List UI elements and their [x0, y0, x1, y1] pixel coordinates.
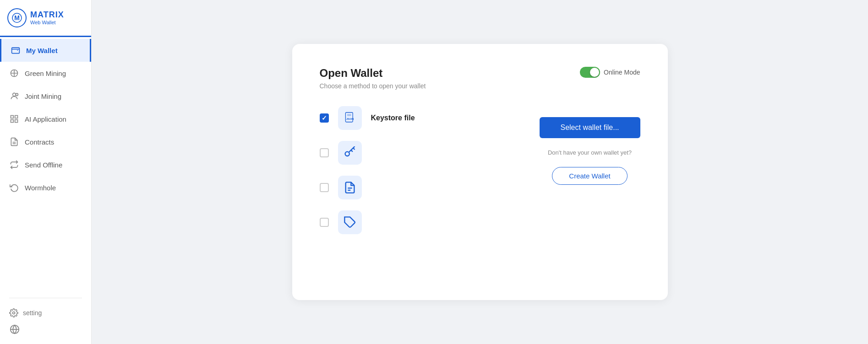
- contracts-label: Contracts: [25, 138, 54, 146]
- no-wallet-text: Don't have your own wallet yet?: [548, 149, 632, 156]
- sidebar-item-ai-application[interactable]: AI Application: [0, 108, 91, 130]
- svg-rect-7: [11, 116, 14, 118]
- sidebar-item-green-mining[interactable]: Green Mining: [0, 62, 91, 85]
- svg-text:JSON: JSON: [346, 117, 354, 120]
- mnemonic-checkbox[interactable]: [320, 183, 329, 192]
- setting-item[interactable]: setting: [9, 306, 82, 320]
- joint-mining-label: Joint Mining: [25, 92, 61, 100]
- wallet-icon: [11, 45, 21, 55]
- select-wallet-button[interactable]: Select wallet file...: [540, 117, 640, 138]
- keystore-label: Keystore file: [371, 114, 415, 122]
- svg-point-19: [345, 152, 349, 156]
- svg-point-5: [13, 93, 16, 96]
- keystore-file-icon: JSON: [344, 112, 356, 124]
- logo-text: MATRIX Web Wallet: [30, 11, 64, 25]
- card-title: Open Wallet: [320, 67, 426, 80]
- green-mining-label: Green Mining: [25, 70, 66, 77]
- joint-mining-icon: [9, 91, 19, 101]
- svg-rect-3: [12, 48, 20, 54]
- svg-line-22: [351, 150, 353, 152]
- svg-rect-8: [15, 116, 18, 118]
- private-key-icon: [344, 146, 356, 159]
- sidebar-item-wormhole[interactable]: Wormhole: [0, 176, 91, 199]
- sidebar: M MATRIX Web Wallet My Wallet: [0, 0, 92, 344]
- svg-rect-10: [15, 120, 18, 123]
- sidebar-bottom: setting: [0, 287, 91, 344]
- svg-line-21: [353, 148, 355, 150]
- language-icon[interactable]: [9, 324, 20, 335]
- sidebar-item-my-wallet[interactable]: My Wallet: [0, 39, 91, 62]
- private-key-icon-box: [338, 141, 362, 165]
- send-offline-label: Send Offline: [25, 161, 62, 169]
- logo: M MATRIX Web Wallet: [0, 0, 91, 36]
- settings-icon: [9, 308, 18, 317]
- sidebar-item-send-offline[interactable]: Send Offline: [0, 153, 91, 176]
- card-subtitle: Choose a method to open your wallet: [320, 82, 426, 90]
- mnemonic-icon-box: [338, 176, 362, 199]
- private-key-checkbox[interactable]: [320, 148, 329, 157]
- active-indicator: [90, 39, 91, 62]
- green-mining-icon: [9, 68, 19, 78]
- main-content: Open Wallet Choose a method to open your…: [92, 0, 868, 344]
- hardware-icon-box: [338, 210, 362, 234]
- card-header: Open Wallet Choose a method to open your…: [320, 67, 640, 90]
- keystore-icon-box: JSON: [338, 106, 362, 130]
- logo-web-wallet: Web Wallet: [30, 20, 64, 25]
- svg-point-13: [13, 312, 15, 314]
- open-wallet-card: Open Wallet Choose a method to open your…: [292, 44, 668, 300]
- hardware-wallet-icon: [344, 216, 356, 229]
- svg-rect-17: [347, 114, 351, 116]
- wormhole-label: Wormhole: [25, 184, 56, 192]
- contracts-icon: [9, 137, 19, 147]
- send-offline-icon: [9, 160, 19, 170]
- wallet-option-hardware[interactable]: [320, 210, 640, 234]
- sidebar-item-joint-mining[interactable]: Joint Mining: [0, 85, 91, 108]
- my-wallet-label: My Wallet: [26, 47, 58, 54]
- logo-matrix: MATRIX: [30, 11, 64, 20]
- mnemonic-icon: [344, 181, 356, 194]
- card-actions: Select wallet file... Don't have your ow…: [540, 117, 640, 185]
- online-mode-switch[interactable]: [580, 67, 600, 78]
- footer-divider: [9, 298, 82, 298]
- card-title-section: Open Wallet Choose a method to open your…: [320, 67, 426, 90]
- svg-rect-9: [11, 120, 14, 123]
- setting-label: setting: [23, 309, 42, 317]
- ai-application-icon: [9, 114, 19, 124]
- create-wallet-button[interactable]: Create Wallet: [552, 167, 627, 185]
- sidebar-nav: My Wallet Green Mining Joint M: [0, 37, 91, 287]
- hardware-checkbox[interactable]: [320, 218, 329, 227]
- logo-icon: M: [7, 8, 27, 27]
- wormhole-icon: [9, 183, 19, 193]
- keystore-checkbox[interactable]: [320, 113, 329, 123]
- online-mode-label: Online Mode: [604, 69, 640, 76]
- ai-application-label: AI Application: [25, 115, 66, 123]
- svg-text:M: M: [14, 14, 20, 22]
- svg-point-6: [16, 93, 18, 96]
- sidebar-item-contracts[interactable]: Contracts: [0, 130, 91, 153]
- online-mode-toggle[interactable]: Online Mode: [580, 67, 640, 78]
